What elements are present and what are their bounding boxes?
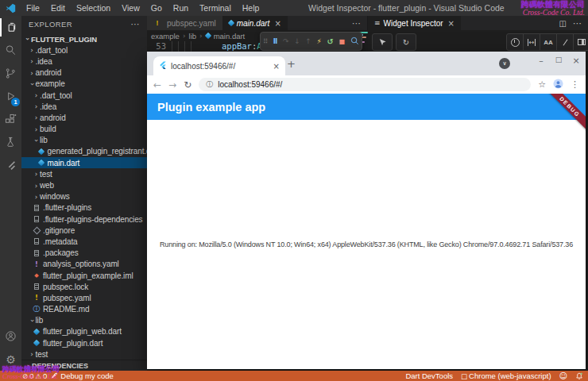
browser-tab[interactable]: localhost:59466/#/ × bbox=[153, 56, 285, 75]
tree-item[interactable]: ›.idea bbox=[21, 101, 147, 112]
menu-file[interactable]: File bbox=[21, 3, 45, 13]
profile-avatar-icon[interactable] bbox=[553, 78, 563, 92]
tab-close-icon[interactable]: × bbox=[273, 62, 280, 71]
tab-search-icon[interactable]: ∨ bbox=[499, 58, 510, 69]
tree-item[interactable]: !pubspec.yaml bbox=[21, 292, 147, 303]
tree-item[interactable]: ›windows bbox=[21, 191, 147, 202]
step-into-icon[interactable]: ↓ bbox=[294, 37, 300, 45]
reload-icon[interactable]: ↻ bbox=[184, 79, 191, 90]
more-actions-icon[interactable]: ⋯ bbox=[573, 18, 582, 29]
menu-run[interactable]: Run bbox=[168, 3, 194, 13]
site-info-icon[interactable]: ⓘ bbox=[206, 79, 213, 90]
browser-menu-icon[interactable]: ⋮ bbox=[571, 79, 579, 90]
debug-my-code-item[interactable]: Debug my code bbox=[51, 371, 114, 381]
tree-item[interactable]: .flutter-plugins-dependencies bbox=[21, 214, 147, 225]
tree-item[interactable]: ›lib bbox=[21, 135, 147, 146]
minimize-icon[interactable]: – bbox=[535, 56, 547, 66]
menu-edit[interactable]: Edit bbox=[45, 3, 71, 13]
tab-widget-inspector[interactable]: ≡ Widget Inspector × bbox=[368, 16, 461, 30]
window-close-icon[interactable]: × bbox=[570, 56, 582, 66]
refresh-tree-button[interactable]: ↻ bbox=[396, 33, 416, 51]
split-editor-icon[interactable]: ◫ bbox=[559, 19, 567, 28]
timer-icon[interactable] bbox=[507, 34, 523, 50]
flutter-icon[interactable] bbox=[0, 154, 21, 177]
menu-selection[interactable]: Selection bbox=[71, 3, 116, 13]
explorer-icon[interactable] bbox=[0, 16, 21, 39]
tree-item[interactable]: ›example bbox=[21, 79, 147, 90]
tree-root[interactable]: ›FLUTTER_PLUGIN bbox=[21, 33, 147, 44]
feedback-smiley-icon[interactable]: ☺ bbox=[559, 371, 567, 380]
slow-animations-icon[interactable]: ↔ bbox=[523, 34, 540, 50]
menu-view[interactable]: View bbox=[116, 3, 145, 13]
tree-item[interactable]: ⓘREADME.md bbox=[21, 304, 147, 315]
address-bar[interactable]: ⓘ localhost:59466/#/ bbox=[199, 78, 531, 91]
tree-item[interactable]: ›lib bbox=[21, 315, 147, 326]
tree-item[interactable]: ›android bbox=[21, 67, 147, 79]
tree-item[interactable]: ›test bbox=[21, 168, 147, 179]
tree-item[interactable]: .metadata bbox=[21, 236, 147, 247]
close-icon[interactable]: × bbox=[274, 19, 280, 28]
tree-item[interactable]: main.dart bbox=[21, 157, 147, 168]
bookmark-star-icon[interactable]: ☆ bbox=[538, 79, 546, 90]
notifications-bell-icon[interactable] bbox=[575, 372, 583, 380]
tab-main-dart[interactable]: main.dart × bbox=[222, 16, 288, 30]
file-file-icon bbox=[33, 283, 41, 291]
editor-actions-more-icon[interactable]: ⋯ bbox=[346, 18, 367, 29]
tree-item[interactable]: pubspec.lock bbox=[21, 281, 147, 292]
text-scale-icon[interactable]: AA bbox=[540, 34, 556, 50]
paint-baselines-icon[interactable] bbox=[556, 34, 573, 50]
back-icon[interactable]: ← bbox=[153, 79, 161, 90]
source-control-icon[interactable] bbox=[0, 62, 21, 85]
breadcrumb-item[interactable]: main.dart bbox=[214, 32, 246, 40]
maximize-icon[interactable]: □ bbox=[552, 56, 565, 64]
new-tab-icon[interactable]: + bbox=[287, 59, 296, 69]
step-over-icon[interactable]: ↷ bbox=[283, 37, 289, 45]
problems-indicator[interactable]: ⊘ 0 ⚠ 0 bbox=[22, 371, 47, 380]
tree-item[interactable]: !analysis_options.yaml bbox=[21, 259, 147, 270]
dart-devtools-item[interactable]: Dart DevTools bbox=[405, 371, 453, 380]
testing-icon[interactable] bbox=[0, 131, 21, 154]
search-icon[interactable] bbox=[0, 39, 21, 62]
breadcrumb-item[interactable]: lib bbox=[189, 32, 197, 40]
tree-item[interactable]: generated_plugin_registrant.dart bbox=[21, 146, 147, 157]
hot-reload-icon[interactable]: ⚡ bbox=[316, 37, 321, 45]
drag-handle-icon[interactable]: ⠿ bbox=[263, 38, 268, 45]
select-widget-mode-button[interactable] bbox=[372, 33, 393, 51]
inspector-search-icon[interactable] bbox=[350, 37, 359, 47]
tree-item[interactable]: ›.dart_tool bbox=[21, 44, 147, 56]
extensions-icon[interactable] bbox=[0, 108, 21, 131]
titlebar: FileEditSelectionViewGoRunTerminalHelp W… bbox=[0, 0, 588, 16]
dependencies-section[interactable]: › DEPENDENCIES bbox=[21, 360, 147, 371]
forward-icon[interactable]: → bbox=[168, 79, 176, 90]
restart-icon[interactable]: ↺ bbox=[327, 37, 333, 46]
tree-item[interactable]: ›.dart_tool bbox=[21, 90, 147, 101]
tree-item[interactable]: ›android bbox=[21, 112, 147, 123]
tree-item[interactable]: flutter_plugin.dart bbox=[21, 337, 147, 348]
tree-item[interactable]: .flutter-plugins bbox=[21, 202, 147, 214]
tree-item[interactable]: ›test bbox=[21, 348, 147, 360]
explorer-more-icon[interactable]: ⋯ bbox=[131, 19, 140, 29]
tree-item[interactable]: flutter_plugin_web.dart bbox=[21, 326, 147, 337]
settings-gear-icon[interactable]: ⚙ bbox=[0, 348, 21, 371]
tree-item[interactable]: ›.idea bbox=[21, 56, 147, 67]
tree-item[interactable]: .gitignore bbox=[21, 225, 147, 236]
menu-go[interactable]: Go bbox=[145, 3, 168, 13]
dart-file-icon bbox=[37, 147, 45, 156]
tab-pubspec-yaml[interactable]: ! pubspec.yaml bbox=[147, 16, 222, 30]
stop-icon[interactable]: ■ bbox=[338, 38, 345, 45]
close-icon[interactable]: × bbox=[448, 19, 455, 28]
tree-item[interactable]: ›web bbox=[21, 179, 147, 190]
pause-icon[interactable]: Ⅱ bbox=[273, 37, 278, 45]
run-debug-icon[interactable]: 1 bbox=[0, 85, 21, 108]
menu-help[interactable]: Help bbox=[237, 3, 265, 13]
device-selector-item[interactable]: □ Chrome (web-javascript) bbox=[461, 371, 551, 380]
account-icon[interactable] bbox=[0, 325, 21, 348]
tree-item[interactable]: .packages bbox=[21, 248, 147, 259]
breadcrumb[interactable]: example › lib › main.dart bbox=[151, 31, 245, 40]
breadcrumb-item[interactable]: example bbox=[151, 32, 180, 40]
open-devtools-icon[interactable] bbox=[573, 34, 588, 50]
menu-terminal[interactable]: Terminal bbox=[194, 3, 237, 13]
step-out-icon[interactable]: ↑ bbox=[305, 37, 311, 45]
tree-item[interactable]: ◆flutter_plugin_example.iml bbox=[21, 270, 147, 281]
tree-item[interactable]: ›build bbox=[21, 124, 147, 135]
